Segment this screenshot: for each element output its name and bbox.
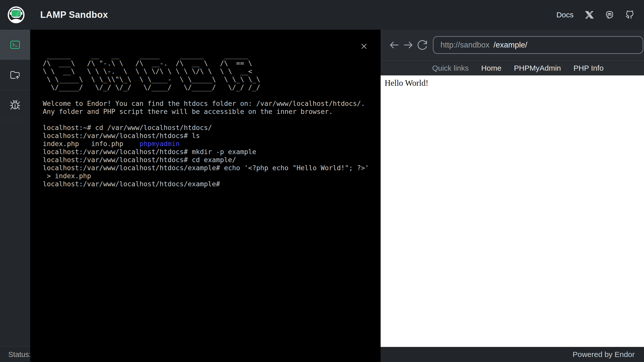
back-button[interactable] — [387, 38, 401, 52]
browser-nav-bar: http://sandbox /example/ — [381, 30, 644, 60]
quick-link-phpinfo[interactable]: PHP Info — [574, 64, 604, 72]
sidebar-item-terminal[interactable] — [0, 30, 30, 60]
endor-astronaut-logo-icon — [7, 6, 25, 24]
close-icon — [361, 43, 367, 50]
reload-button[interactable] — [415, 38, 429, 52]
quick-links-label: Quick links — [432, 64, 469, 72]
quick-link-home[interactable]: Home — [481, 64, 501, 72]
mastodon-icon[interactable] — [605, 11, 614, 19]
github-icon[interactable] — [625, 11, 634, 19]
arrow-left-icon — [389, 40, 399, 50]
folder-upload-icon — [10, 69, 21, 80]
top-header: LAMP Sandbox Docs — [0, 0, 644, 30]
page-title: LAMP Sandbox — [40, 10, 108, 20]
powered-by-text: Powered by Endor — [573, 350, 644, 359]
bug-icon — [10, 100, 21, 111]
header-actions: Docs — [556, 11, 644, 19]
terminal-output: localhost:~# cd /var/www/localhost/htdoc… — [43, 124, 381, 188]
arrow-right-icon — [403, 40, 414, 50]
inner-browser-panel: http://sandbox /example/ Quick links Hom… — [381, 30, 644, 347]
sidebar-item-debug[interactable] — [0, 90, 30, 120]
status-text: Status: — [0, 350, 31, 359]
forward-button[interactable] — [401, 38, 415, 52]
docs-link[interactable]: Docs — [556, 11, 574, 19]
url-host: http://sandbox — [440, 40, 490, 50]
terminal-icon — [10, 39, 21, 50]
url-path: /example/ — [494, 40, 527, 50]
terminal-panel[interactable]: ______ __ __ _____ ______ ______ /\ ___\… — [30, 30, 381, 362]
reload-icon — [417, 40, 428, 50]
terminal-close-button[interactable] — [359, 41, 369, 51]
quick-links-bar: Quick links Home PHPMyAdmin PHP Info — [381, 60, 644, 75]
terminal-welcome: Welcome to Endor! You can find the htdoc… — [43, 100, 381, 116]
x-twitter-icon[interactable] — [585, 11, 594, 19]
terminal-ascii-art: ______ __ __ _____ ______ ______ /\ ___\… — [43, 51, 381, 92]
sidebar-item-file-upload[interactable] — [0, 60, 30, 90]
url-input[interactable]: http://sandbox /example/ — [433, 36, 643, 54]
page-body-text: Hello World! — [385, 78, 644, 88]
quick-link-phpmyadmin[interactable]: PHPMyAdmin — [514, 64, 561, 72]
left-sidebar — [0, 30, 30, 347]
browser-viewport[interactable]: Hello World! — [381, 75, 644, 347]
